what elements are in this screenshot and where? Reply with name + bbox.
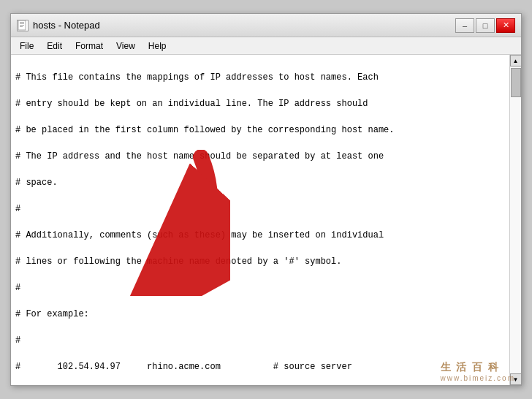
menu-file[interactable]: File <box>14 39 39 53</box>
line-10: # For example: <box>15 308 505 321</box>
editor-area[interactable]: # This file contains the mappings of IP … <box>11 55 521 385</box>
title-bar: hosts - Notepad – □ ✕ <box>11 14 521 37</box>
line-6: # <box>15 202 505 216</box>
scroll-up[interactable]: ▲ <box>510 55 522 66</box>
line-2: # entry should be kept on an individual … <box>15 97 505 110</box>
window-title: hosts - Notepad <box>33 20 100 31</box>
line-3: # be placed in the first column followed… <box>15 123 505 137</box>
svg-rect-4 <box>20 26 23 27</box>
menu-format[interactable]: Format <box>69 39 109 53</box>
svg-rect-3 <box>20 25 24 26</box>
scrollbar-track[interactable] <box>510 66 521 373</box>
title-bar-left: hosts - Notepad <box>17 20 100 31</box>
menu-view[interactable]: View <box>110 39 141 53</box>
menu-edit[interactable]: Edit <box>41 39 68 53</box>
line-7: # Additionally, comments (such as these)… <box>15 229 505 242</box>
svg-rect-2 <box>20 23 24 24</box>
scrollbar-thumb[interactable] <box>511 68 521 97</box>
svg-rect-1 <box>20 22 24 23</box>
notepad-icon <box>17 20 28 31</box>
scrollbar[interactable]: ▲ ▼ <box>509 55 521 385</box>
line-12: # 102.54.94.97 rhino.acme.com # source s… <box>15 360 505 373</box>
line-11: # <box>15 334 505 347</box>
line-8: # lines or following the machine name de… <box>15 255 505 268</box>
line-9: # <box>15 281 505 294</box>
close-button[interactable]: ✕ <box>496 18 515 33</box>
line-5: # space. <box>15 176 505 189</box>
title-bar-buttons: – □ ✕ <box>455 18 515 33</box>
scroll-down[interactable]: ▼ <box>510 373 522 385</box>
text-content[interactable]: # This file contains the mappings of IP … <box>11 55 509 385</box>
notepad-window: hosts - Notepad – □ ✕ File Edit Format V… <box>10 13 522 386</box>
line-1: # This file contains the mappings of IP … <box>15 71 505 84</box>
line-4: # The IP address and the host name shoul… <box>15 150 505 163</box>
menu-bar: File Edit Format View Help <box>11 37 521 55</box>
minimize-button[interactable]: – <box>455 18 474 33</box>
maximize-button[interactable]: □ <box>476 18 495 33</box>
menu-help[interactable]: Help <box>142 39 172 53</box>
